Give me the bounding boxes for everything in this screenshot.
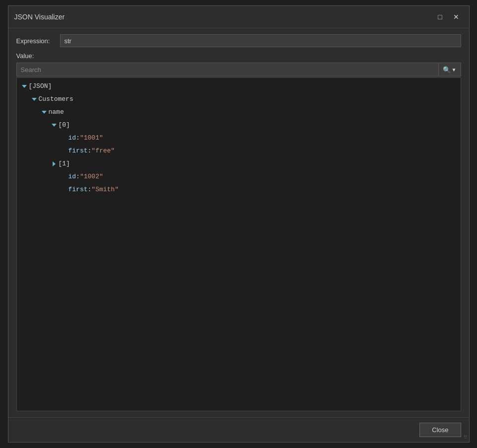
content-area: Expression: Value: 🔍 ▼ [JSON] [8, 28, 469, 417]
chevron-customers[interactable] [31, 96, 38, 103]
tree-node-customers: Customers [17, 93, 461, 106]
node-value-first-smith: "Smith" [91, 184, 119, 195]
search-button[interactable]: 🔍 ▼ [438, 63, 461, 76]
chevron-item-0[interactable] [51, 122, 58, 129]
expression-label: Expression: [16, 37, 56, 45]
chevron-json-root[interactable] [21, 83, 28, 90]
node-key-first-smith: first [68, 184, 88, 195]
node-value-id-1002: "1002" [80, 171, 103, 182]
node-key-id-1001: id [68, 133, 76, 144]
watermark: ⠿ [464, 435, 467, 440]
tree-node-first-smith: first : "Smith" [17, 183, 461, 196]
tree-container[interactable]: [JSON] Customers name [16, 77, 461, 411]
node-sep-first-free: : [88, 146, 92, 156]
title-bar: JSON Visualizer □ ✕ [8, 6, 469, 28]
node-value-id-1001: "1001" [80, 133, 103, 144]
chevron-name[interactable] [41, 109, 48, 116]
tree-wrapper: [JSON] Customers name [16, 77, 461, 411]
title-close-button[interactable]: ✕ [449, 10, 463, 24]
node-text-name: name [49, 107, 64, 118]
tree-node-item-0: [0] [17, 119, 461, 132]
footer: Close [8, 417, 469, 442]
tree-node-name: name [17, 106, 461, 119]
node-text-json-root: [JSON] [29, 81, 52, 92]
node-key-first-free: first [68, 146, 88, 156]
node-sep-id-1002: : [76, 171, 80, 182]
tree-node-id-1002: id : "1002" [17, 170, 461, 183]
search-bar: 🔍 ▼ [16, 63, 461, 76]
node-key-id-1002: id [68, 171, 76, 182]
chevron-item-1[interactable] [51, 160, 58, 167]
tree-node-id-1001: id : "1001" [17, 132, 461, 145]
json-visualizer-dialog: JSON Visualizer □ ✕ Expression: Value: 🔍… [8, 5, 470, 443]
tree-node-item-1: [1] [17, 157, 461, 170]
dialog-title: JSON Visualizer [14, 13, 65, 21]
title-bar-buttons: □ ✕ [433, 10, 463, 24]
close-button[interactable]: Close [419, 423, 461, 437]
tree-inner: [JSON] Customers name [17, 78, 461, 411]
node-text-item-0: [0] [59, 120, 70, 131]
tree-node-first-free: first : "free" [17, 145, 461, 157]
search-dropdown-icon: ▼ [452, 67, 457, 73]
search-icon: 🔍 [443, 66, 451, 74]
expression-row: Expression: [16, 34, 461, 47]
search-input[interactable] [17, 64, 438, 75]
expression-input[interactable] [60, 34, 461, 47]
node-text-item-1: [1] [59, 158, 70, 169]
node-text-customers: Customers [39, 94, 73, 105]
value-label: Value: [16, 52, 461, 60]
maximize-button[interactable]: □ [433, 10, 447, 24]
tree-node-json-root: [JSON] [17, 80, 461, 93]
node-sep-id-1001: : [76, 133, 80, 144]
node-value-first-free: "free" [91, 146, 115, 156]
node-sep-first-smith: : [88, 184, 92, 195]
